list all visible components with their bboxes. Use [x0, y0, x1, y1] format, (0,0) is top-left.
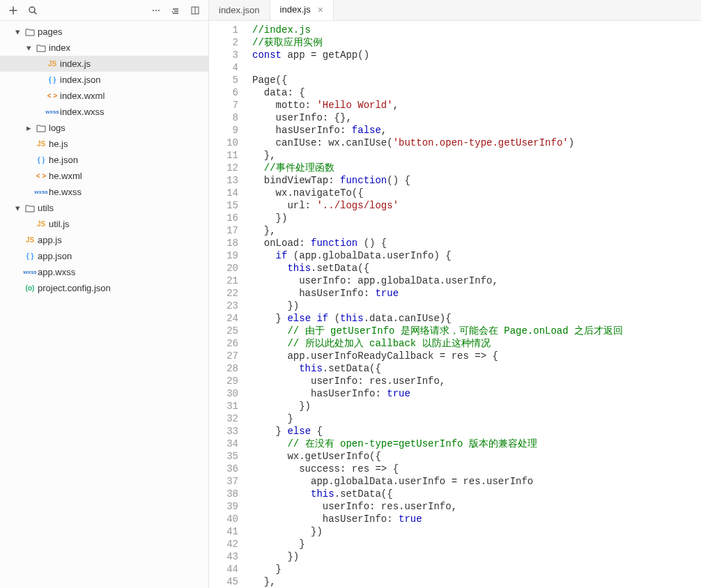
code-line[interactable]: wx.getUserInfo({	[252, 450, 701, 463]
editor-area: index.jsonindex.js× 12345678910111213141…	[209, 0, 701, 588]
tab-tab-indexjs[interactable]: index.js×	[270, 0, 334, 20]
code-line[interactable]: }	[252, 538, 701, 550]
code-line[interactable]: success: res => {	[252, 463, 701, 475]
tree-item-label: logs	[49, 123, 66, 133]
file-appjs[interactable]: JSapp.js	[0, 232, 208, 248]
file-hejs[interactable]: JShe.js	[0, 136, 208, 152]
folder-index[interactable]: ▾index	[0, 40, 208, 56]
code-line[interactable]: userInfo: res.userInfo,	[252, 375, 701, 387]
sidebar: ▾pages▾indexJSindex.js{ }index.json< >in…	[0, 0, 209, 588]
code-line[interactable]: app.userInfoReadyCallback = res => {	[252, 350, 701, 362]
folder-utils[interactable]: ▾utils	[0, 200, 208, 216]
code-line[interactable]: // 所以此处加入 callback 以防止这种情况	[252, 337, 701, 350]
file-indexwxss[interactable]: wxssindex.wxss	[0, 104, 208, 120]
file-appjson[interactable]: { }app.json	[0, 248, 208, 264]
folder-logs[interactable]: ▸logs	[0, 120, 208, 136]
search-button[interactable]	[24, 3, 42, 18]
js-icon: JS	[22, 236, 38, 244]
line-number: 24	[209, 312, 238, 325]
code-line[interactable]: userInfo: res.userInfo,	[252, 500, 701, 513]
tree-item-label: index.js	[60, 59, 91, 69]
split-button[interactable]	[186, 3, 204, 18]
code-line[interactable]: })	[252, 212, 701, 224]
wxml-icon: < >	[45, 92, 60, 100]
code-content[interactable]: //index.js//获取应用实例const app = getApp()Pa…	[248, 21, 701, 588]
code-line[interactable]: data: {	[252, 86, 701, 99]
line-number: 27	[209, 350, 238, 362]
code-editor[interactable]: 1234567891011121314151617181920212223242…	[209, 21, 701, 588]
code-line[interactable]: userInfo: app.globalData.userInfo,	[252, 274, 701, 287]
tree-item-label: project.config.json	[38, 283, 111, 293]
line-number: 41	[209, 525, 238, 538]
code-line[interactable]: // 在没有 open-type=getUserInfo 版本的兼容处理	[252, 438, 701, 450]
code-line[interactable]: hasUserInfo: true	[252, 513, 701, 525]
file-indexwxml[interactable]: < >index.wxml	[0, 88, 208, 104]
code-line[interactable]: canIUse: wx.canIUse('button.open-type.ge…	[252, 137, 701, 149]
line-number: 22	[209, 287, 238, 300]
code-line[interactable]: },	[252, 575, 701, 588]
code-line[interactable]: motto: 'Hello World',	[252, 99, 701, 111]
code-line[interactable]: const app = getApp()	[252, 49, 701, 61]
line-number: 36	[209, 463, 238, 475]
code-line[interactable]: this.setData({	[252, 488, 701, 500]
code-line[interactable]: wx.navigateTo({	[252, 187, 701, 199]
file-indexjson[interactable]: { }index.json	[0, 72, 208, 88]
line-number: 17	[209, 224, 238, 237]
line-number: 23	[209, 300, 238, 312]
code-line[interactable]: userInfo: {},	[252, 111, 701, 124]
code-line[interactable]: //index.js	[252, 24, 701, 36]
code-line[interactable]: Page({	[252, 74, 701, 86]
line-number: 3	[209, 49, 238, 61]
code-line[interactable]: })	[252, 550, 701, 563]
new-file-button[interactable]	[4, 3, 22, 18]
code-line[interactable]: } else {	[252, 425, 701, 438]
code-line[interactable]: //获取应用实例	[252, 36, 701, 49]
code-line[interactable]: } else if (this.data.canIUse){	[252, 312, 701, 325]
file-hewxml[interactable]: < >he.wxml	[0, 168, 208, 184]
code-line[interactable]: url: '../logs/logs'	[252, 199, 701, 212]
more-button[interactable]	[147, 3, 165, 18]
line-number: 10	[209, 137, 238, 149]
code-line[interactable]: hasUserInfo: true	[252, 287, 701, 300]
code-line[interactable]: })	[252, 300, 701, 312]
code-line[interactable]: app.globalData.userInfo = res.userInfo	[252, 475, 701, 488]
line-number: 28	[209, 362, 238, 375]
code-line[interactable]: }	[252, 412, 701, 425]
line-number: 39	[209, 500, 238, 513]
close-icon[interactable]: ×	[318, 4, 323, 15]
js-icon: JS	[33, 220, 49, 228]
twisty-icon: ▾	[13, 203, 22, 213]
tab-tab-indexjson[interactable]: index.json	[209, 0, 270, 20]
tree-item-label: he.wxss	[49, 187, 82, 197]
line-number: 21	[209, 274, 238, 287]
code-line[interactable]: },	[252, 149, 701, 162]
code-line[interactable]: })	[252, 525, 701, 538]
code-line[interactable]: this.setData({	[252, 262, 701, 274]
code-line[interactable]: }	[252, 563, 701, 575]
config-icon: (o)	[22, 284, 38, 292]
file-utiljs[interactable]: JSutil.js	[0, 216, 208, 232]
code-line[interactable]: // 由于 getUserInfo 是网络请求，可能会在 Page.onLoad…	[252, 325, 701, 337]
line-number: 31	[209, 400, 238, 412]
code-line[interactable]	[252, 61, 701, 74]
folder-pages[interactable]: ▾pages	[0, 24, 208, 40]
line-number: 44	[209, 563, 238, 575]
code-line[interactable]: },	[252, 224, 701, 237]
code-line[interactable]: this.setData({	[252, 362, 701, 375]
file-hejson[interactable]: { }he.json	[0, 152, 208, 168]
line-number: 19	[209, 249, 238, 262]
file-appwxss[interactable]: wxssapp.wxss	[0, 264, 208, 280]
code-line[interactable]: hasUserInfo: true	[252, 387, 701, 400]
code-line[interactable]: if (app.globalData.userInfo) {	[252, 249, 701, 262]
code-line[interactable]: //事件处理函数	[252, 162, 701, 174]
code-line[interactable]: })	[252, 400, 701, 412]
file-indexjs[interactable]: JSindex.js	[0, 56, 208, 72]
code-line[interactable]: bindViewTap: function() {	[252, 174, 701, 187]
collapse-button[interactable]	[167, 3, 185, 18]
code-line[interactable]: hasUserInfo: false,	[252, 124, 701, 137]
code-line[interactable]: onLoad: function () {	[252, 237, 701, 249]
file-hewxss[interactable]: wxsshe.wxss	[0, 184, 208, 200]
file-pconfig[interactable]: (o)project.config.json	[0, 280, 208, 296]
line-number: 26	[209, 337, 238, 350]
line-number: 40	[209, 513, 238, 525]
